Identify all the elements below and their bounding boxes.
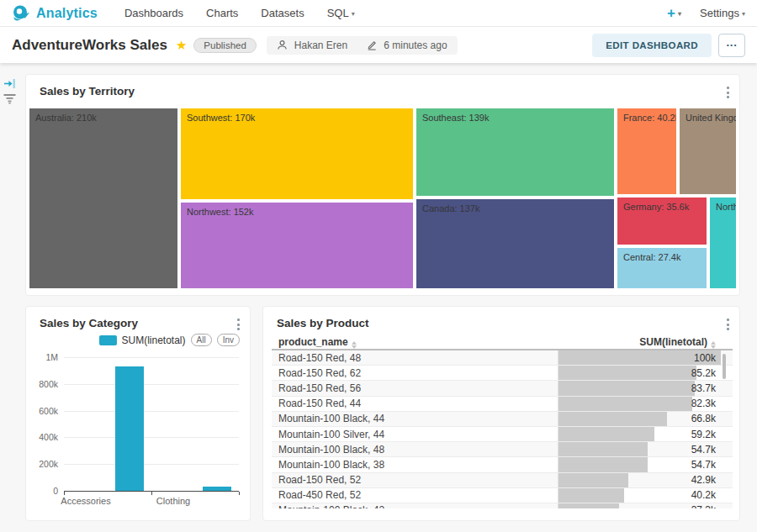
value-bar [558, 488, 624, 503]
app-logo-icon [12, 4, 30, 23]
value-cell: 42.9k [558, 473, 721, 487]
value-bar [558, 381, 695, 395]
product-name-cell: Road-450 Red, 52 [278, 489, 361, 501]
legend-all-button[interactable]: All [191, 334, 212, 346]
nav-item-sql[interactable]: SQL▾ [327, 7, 355, 19]
value-bar [558, 442, 648, 456]
treemap-node[interactable]: Germany: 35.6k [617, 198, 707, 245]
value-bar [558, 503, 619, 508]
app-brand[interactable]: Analytics [12, 4, 98, 23]
product-name-cell: Mountain-100 Black, 48 [278, 444, 384, 456]
y-axis-tick-label: 200k [26, 459, 58, 469]
product-name-cell: Road-150 Red, 56 [278, 382, 361, 394]
value-cell: 100k [558, 350, 721, 365]
table-row[interactable]: Mountain-100 Black, 4854.7k [272, 442, 733, 457]
nav-menu: Dashboards Charts Datasets SQL▾ [124, 7, 355, 19]
column-header-sum-linetotal[interactable]: SUM(linetotal) [639, 336, 716, 349]
chart-title: Sales by Category [40, 317, 138, 329]
treemap-node[interactable]: Southwest: 170k [181, 108, 413, 199]
product-table: product_name SUM(linetotal) Road-150 Red… [272, 335, 733, 508]
table-header-row: product_name SUM(linetotal) [272, 335, 733, 350]
table-row[interactable]: Road-150 Red, 48100k [272, 350, 733, 366]
table-body: Road-150 Red, 48100kRoad-150 Red, 6285.2… [272, 350, 733, 508]
value-cell: 37.3k [558, 503, 721, 508]
legend-inv-button[interactable]: Inv [217, 334, 240, 346]
value-text: 85.2k [691, 367, 716, 379]
treemap-node[interactable]: Southeast: 139k [416, 108, 614, 196]
value-bar [558, 366, 696, 380]
treemap-node[interactable]: Canada: 137k [416, 199, 614, 288]
x-axis-category-label: Accessories [61, 496, 110, 506]
treemap-node[interactable]: United Kingdo... [680, 108, 736, 194]
table-row[interactable]: Road-150 Red, 5683.7k [272, 381, 733, 396]
chart-kebab-menu-icon[interactable] [725, 317, 731, 332]
value-bar [558, 412, 667, 426]
chart-kebab-menu-icon[interactable] [236, 317, 241, 332]
owner-name[interactable]: Hakan Eren [294, 40, 347, 51]
new-item-button[interactable]: +▾ [667, 5, 681, 22]
last-modified: 6 minutes ago [384, 40, 447, 51]
treemap-node-label: Canada: 137k [416, 199, 614, 218]
treemap-node-label: Southeast: 139k [416, 108, 614, 127]
chevron-down-icon: ▾ [678, 10, 681, 18]
product-name-cell: Road-150 Red, 44 [278, 398, 361, 409]
value-text: 42.9k [691, 474, 716, 486]
y-axis-tick-label: 600k [26, 406, 58, 416]
table-scrollbar[interactable] [723, 354, 726, 379]
column-header-product-name[interactable]: product_name [278, 336, 357, 349]
treemap-node[interactable]: Central: 27.4k [617, 248, 707, 288]
gridline [64, 437, 239, 438]
value-text: 54.7k [691, 444, 716, 456]
chart-title: Sales by Product [277, 317, 369, 329]
value-text: 40.2k [691, 489, 716, 501]
treemap-node[interactable]: France: 40.2k [617, 108, 676, 194]
bar-series[interactable] [115, 366, 144, 491]
table-row[interactable]: Mountain-100 Black, 3854.7k [272, 457, 733, 472]
chart-card-sales-by-territory: Sales by Territory Australia: 210kSouthw… [25, 74, 740, 296]
chart-title: Sales by Territory [40, 85, 135, 97]
value-text: 100k [694, 352, 716, 364]
table-row[interactable]: Road-150 Red, 5242.9k [272, 473, 733, 488]
chart-legend: SUM(linetotal) All Inv [99, 334, 241, 346]
value-cell: 40.2k [558, 488, 721, 503]
filter-funnel-icon[interactable] [3, 93, 16, 104]
expand-filter-bar-icon[interactable] [3, 78, 16, 89]
treemap-node[interactable]: North... [710, 198, 736, 288]
value-text: 37.3k [691, 504, 716, 508]
nav-item-dashboards[interactable]: Dashboards [124, 7, 183, 19]
dashboard-meta: Hakan Eren 6 minutes ago [267, 36, 458, 55]
table-row[interactable]: Road-450 Red, 5240.2k [272, 488, 733, 503]
product-name-cell: Mountain-100 Silver, 44 [278, 429, 384, 440]
treemap-node-label: North... [710, 198, 736, 216]
more-options-button[interactable]: ··· [718, 34, 745, 57]
edit-pencil-icon [366, 40, 377, 50]
chevron-down-icon: ▾ [742, 10, 745, 18]
treemap-node[interactable]: Northwest: 152k [181, 203, 413, 288]
settings-menu[interactable]: Settings▾ [700, 7, 745, 19]
treemap-node[interactable]: Australia: 210k [29, 108, 177, 288]
product-name-cell: Road-150 Red, 62 [278, 367, 361, 379]
legend-series-label[interactable]: SUM(linetotal) [122, 334, 186, 346]
gridline [64, 411, 239, 412]
table-row[interactable]: Mountain-100 Black, 4237.3k [272, 503, 733, 508]
chart-kebab-menu-icon[interactable] [725, 85, 731, 100]
bar-series[interactable] [203, 487, 231, 491]
table-row[interactable]: Road-150 Red, 6285.2k [272, 366, 733, 381]
table-row[interactable]: Road-150 Red, 4482.3k [272, 397, 733, 412]
table-row[interactable]: Mountain-100 Black, 4466.8k [272, 412, 733, 427]
nav-item-charts[interactable]: Charts [206, 7, 238, 19]
published-badge[interactable]: Published [193, 38, 257, 53]
favorite-star-icon[interactable]: ★ [176, 38, 187, 53]
y-axis-tick-label: 800k [26, 379, 58, 389]
y-axis-tick-label: 1M [26, 352, 58, 362]
gridline [64, 464, 239, 465]
dashboard-header: AdventureWorks Sales ★ Published Hakan E… [0, 27, 757, 63]
value-bar [558, 427, 654, 441]
value-bar [558, 397, 692, 411]
table-row[interactable]: Mountain-100 Silver, 4459.2k [272, 427, 733, 442]
nav-item-datasets[interactable]: Datasets [261, 7, 304, 19]
value-cell: 54.7k [558, 457, 721, 471]
product-name-cell: Mountain-100 Black, 38 [278, 459, 384, 471]
edit-dashboard-button[interactable]: EDIT DASHBOARD [592, 34, 712, 57]
legend-swatch[interactable] [99, 335, 117, 345]
